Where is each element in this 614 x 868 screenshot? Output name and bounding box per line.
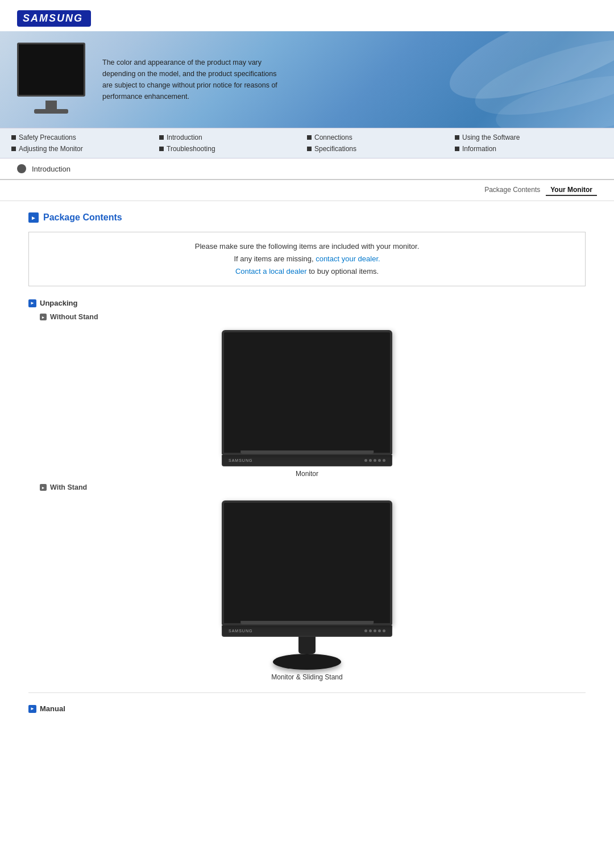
tab-icon-introduction <box>17 164 26 173</box>
section-divider <box>28 692 586 693</box>
monitor-with-stand-screen <box>222 500 392 625</box>
header: SAMSUNG <box>0 0 614 31</box>
nav-item-adjusting[interactable]: Adjusting the Monitor <box>11 143 159 155</box>
nav-item-safety[interactable]: Safety Precautions <box>11 132 159 143</box>
monitor-stand-container: SAMSUNG <box>222 500 392 670</box>
unpacking-icon: ► <box>28 299 36 307</box>
info-box: Please make sure the following items are… <box>28 232 586 286</box>
monitor-caption: Monitor <box>296 470 318 478</box>
stand-base <box>273 654 341 670</box>
nav-col-3: Connections Specifications <box>307 132 455 155</box>
nav-label-information: Information <box>462 145 496 153</box>
nav-label-specifications: Specifications <box>314 145 356 153</box>
sub-tab-package-contents[interactable]: Package Contents <box>480 185 545 196</box>
sub-tab-your-monitor[interactable]: Your Monitor <box>546 185 597 196</box>
unpacking-label: Unpacking <box>40 299 77 307</box>
nav-bullet-information <box>455 147 459 151</box>
monitor-stand-dot-3 <box>374 629 376 632</box>
nav-bullet-adjusting <box>11 147 16 151</box>
monitor-dot-5 <box>383 459 385 462</box>
banner-swirl-decoration <box>415 31 614 128</box>
package-contents-heading: ► Package Contents <box>28 212 586 223</box>
banner: The color and appearance of the product … <box>0 31 614 128</box>
monitor-dot-4 <box>378 459 381 462</box>
info-line2: If any items are missing, <box>234 254 313 263</box>
monitor-flat-image <box>222 330 392 455</box>
banner-monitor-screen <box>17 43 85 97</box>
with-stand-label: With Stand <box>50 483 87 491</box>
monitor-dots <box>364 459 385 462</box>
stand-neck <box>298 637 316 654</box>
monitor-stand-caption: Monitor & Sliding Stand <box>271 673 342 681</box>
manual-icon: ► <box>28 705 36 713</box>
nav-item-troubleshooting[interactable]: Troubleshooting <box>159 143 307 155</box>
nav-col-1: Safety Precautions Adjusting the Monitor <box>11 132 159 155</box>
nav-item-information[interactable]: Information <box>455 143 603 155</box>
nav-bullet-safety <box>11 135 16 140</box>
nav-label-adjusting: Adjusting the Monitor <box>19 145 83 153</box>
nav-col-2: Introduction Troubleshooting <box>159 132 307 155</box>
sub-tabs: Package Contents Your Monitor <box>0 180 614 201</box>
nav-bullet-specifications <box>307 147 312 151</box>
tab-label-introduction[interactable]: Introduction <box>32 165 70 173</box>
info-line1: Please make sure the following items are… <box>195 242 420 251</box>
nav-item-intro[interactable]: Introduction <box>159 132 307 143</box>
banner-monitor-illustration <box>11 43 91 116</box>
nav-bullet-connections <box>307 135 312 140</box>
nav-label-software: Using the Software <box>462 133 520 141</box>
samsung-logo: SAMSUNG <box>17 10 91 27</box>
tab-bar: Introduction <box>0 158 614 180</box>
monitor-stand-brand-label: SAMSUNG <box>229 629 252 633</box>
monitor-stand-dot-4 <box>378 629 381 632</box>
monitor-dot-1 <box>364 459 367 462</box>
info-link-local-dealer[interactable]: Contact a local dealer <box>235 267 307 276</box>
nav-bullet-troubleshooting <box>159 147 164 151</box>
package-contents-icon: ► <box>28 212 39 223</box>
main-content: ► Package Contents Please make sure the … <box>0 201 614 730</box>
monitor-stand-dot-1 <box>364 629 367 632</box>
nav-label-connections: Connections <box>314 133 352 141</box>
manual-label: Manual <box>40 704 65 713</box>
without-stand-label: Without Stand <box>50 313 98 321</box>
nav-item-software[interactable]: Using the Software <box>455 132 603 143</box>
monitor-stand-dot-2 <box>369 629 372 632</box>
with-stand-icon: ► <box>40 484 47 491</box>
manual-heading: ► Manual <box>28 704 586 713</box>
monitor-stand-bottom-bar: SAMSUNG <box>222 625 392 637</box>
without-stand-heading: ► Without Stand <box>40 313 586 321</box>
info-link-contact-dealer[interactable]: contact your dealer. <box>316 254 380 263</box>
nav-col-4: Using the Software Information <box>455 132 603 155</box>
monitor-flat-container: SAMSUNG <box>222 330 392 466</box>
monitor-stand-dot-5 <box>383 629 385 632</box>
nav-bullet-intro <box>159 135 164 140</box>
unpacking-heading: ► Unpacking <box>28 299 586 307</box>
unpacking-section: ► Unpacking <box>28 299 586 307</box>
package-contents-title: Package Contents <box>43 212 122 223</box>
nav-bullet-software <box>455 135 459 140</box>
monitor-dot-2 <box>369 459 372 462</box>
monitor-stand-dots <box>364 629 385 632</box>
nav-label-safety: Safety Precautions <box>19 133 76 141</box>
monitor-with-stand-wrapper: SAMSUNG Monitor & Sliding Stand <box>28 500 586 681</box>
monitor-brand-label: SAMSUNG <box>229 458 252 462</box>
nav-item-connections[interactable]: Connections <box>307 132 455 143</box>
manual-section: ► Manual <box>28 704 586 713</box>
banner-text: The color and appearance of the product … <box>102 57 284 102</box>
with-stand-heading: ► With Stand <box>40 483 586 491</box>
banner-monitor-base <box>34 109 68 114</box>
nav-label-troubleshooting: Troubleshooting <box>167 145 215 153</box>
without-stand-icon: ► <box>40 314 47 320</box>
monitor-without-stand-wrapper: SAMSUNG Monitor <box>28 330 586 478</box>
nav-label-intro: Introduction <box>167 133 202 141</box>
monitor-dot-3 <box>374 459 376 462</box>
monitor-bottom-bar: SAMSUNG <box>222 455 392 466</box>
info-link2-suffix: to buy optional items. <box>309 267 379 276</box>
nav-item-specifications[interactable]: Specifications <box>307 143 455 155</box>
nav-bar: Safety Precautions Adjusting the Monitor… <box>0 128 614 158</box>
